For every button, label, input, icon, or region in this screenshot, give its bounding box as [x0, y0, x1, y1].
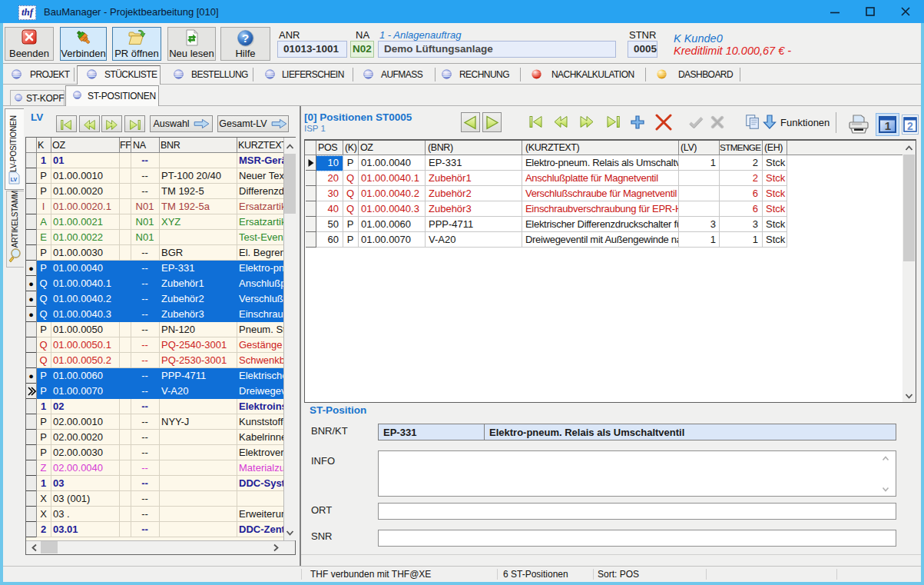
svg-text:2: 2 — [907, 120, 913, 132]
svg-text:?: ? — [241, 32, 248, 45]
svg-text:LV: LV — [11, 177, 18, 182]
svg-text:1: 1 — [885, 119, 891, 132]
